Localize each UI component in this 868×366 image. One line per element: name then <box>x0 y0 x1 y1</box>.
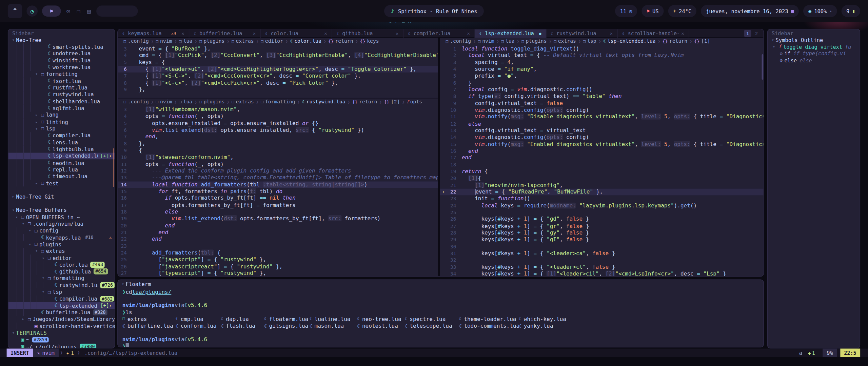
code-line-9[interactable]: 9 config.virtual_text = false <box>440 100 764 107</box>
date-widget[interactable]: jueves, noviembre 16, 2023▦ <box>701 5 799 17</box>
tree-item-github-lua[interactable]: ☾github.lua#654 <box>8 268 114 275</box>
code-line-7[interactable]: 7 local config = vim.diagnostic.config() <box>440 86 764 93</box>
code-line-30[interactable]: 30 <box>440 243 764 250</box>
code-line-12[interactable]: 12 --- Extend the conform plugin config … <box>118 168 438 175</box>
code-line-8[interactable]: 8 }, <box>118 140 438 147</box>
breadcrumb-item[interactable]: {}[2] <box>384 99 400 104</box>
tree-item-neodim-lua[interactable]: ☾neodim.lua <box>8 159 114 166</box>
code-line-25[interactable]: 25 ["javascript"] = { "rustywind" }, <box>118 256 438 263</box>
code-line-29[interactable]: 29 keys[#keys + 1] = { "gI", false } <box>440 236 764 243</box>
now-playing-widget[interactable]: ♪ Spiritbox - Rule Of Nines <box>384 5 484 17</box>
breadcrumb-item[interactable]: {}return <box>352 99 377 104</box>
tree-item-undotree-lua[interactable]: ☾undotree.lua <box>8 50 114 57</box>
close-icon[interactable]: × <box>467 31 470 36</box>
tree-item-worktree-lua[interactable]: ☾worktree.lua <box>8 64 114 70</box>
code-line-21[interactable]: 21 end <box>118 229 438 236</box>
breadcrumb-item[interactable]: ❒extras <box>554 38 576 44</box>
breadcrumb-item[interactable]: ❒plugins <box>199 99 225 104</box>
code-line-23[interactable]: 23 init = function() <box>440 196 764 202</box>
code-line-2[interactable]: 2 local virtual_text = { -- Default virt… <box>440 52 764 59</box>
close-icon[interactable]: × <box>253 31 256 36</box>
breadcrumb-item[interactable]: ❒lsp <box>583 38 596 44</box>
editor-scrollbar[interactable] <box>762 54 764 80</box>
code-area[interactable]: 1local function toggle_diag_virtext()2 l… <box>440 44 764 277</box>
code-line-9[interactable]: 9 { <box>118 147 438 154</box>
breadcrumb-item[interactable]: ❒lua <box>179 99 192 104</box>
diagnostics-hint-segment[interactable]: ✦ 1 <box>64 349 76 357</box>
tree-item-lsp-extended-lu[interactable]: ☾lsp-extended.lu[+]✦ <box>8 152 114 159</box>
breadcrumb-item[interactable]: {}keys <box>360 38 379 44</box>
code-line-6[interactable]: 6 } <box>440 80 764 86</box>
breadcrumb-item[interactable]: {}[1] <box>694 38 710 44</box>
tree-item-smart-splits-lua[interactable]: ☾smart-splits.lua <box>8 43 114 50</box>
code-line-7[interactable]: 7 end, <box>118 134 438 140</box>
tree-item-scrollbar-handle-vertical-p[interactable]: ▣scrollbar-handle-vertical.p <box>8 323 114 329</box>
code-line-7[interactable]: 7 { [1]"<S-C->", [2]"<cmd>CccConvert<cr>… <box>118 73 438 79</box>
tree-item-item[interactable]: ▣~#2859 <box>8 336 114 343</box>
code-line-16[interactable]: 16 end <box>440 148 764 155</box>
battery-widget[interactable]: 9▮ <box>841 5 860 17</box>
tabpage-2[interactable]: 2 <box>753 30 760 37</box>
code-line-25[interactable]: 25 <box>440 209 764 216</box>
section-header-neo-tree-buffers[interactable]: ▾Neo-Tree Buffers <box>8 207 114 214</box>
code-line-4[interactable]: 4 opts = function(_, opts) <box>118 113 438 120</box>
breadcrumb-item[interactable]: ❒plugins <box>521 38 547 44</box>
volume-widget[interactable]: ◉100%▴ <box>803 5 837 17</box>
code-line-11[interactable]: 11 vim.notify(msg: "Disable diagnostics … <box>440 114 764 120</box>
code-line-24[interactable]: 24 local keys = require(modname: "lazyvi… <box>440 202 764 209</box>
code-line-26[interactable]: 26 ["javascriptreact"] = { "rustywind" }… <box>118 263 438 270</box>
symbol-toggle-diag-virtext[interactable]: ▾ftoggle_diag_virtextfu <box>768 43 860 50</box>
terminal-body[interactable]: ❯ cd lua/plugins/ nvim/lua/plugins via ☾… <box>118 288 764 347</box>
breadcrumb-item[interactable]: ❒plugins <box>199 38 225 44</box>
code-line-13[interactable]: 13 config.virtual_text = virtual_text <box>440 127 764 134</box>
code-line-34[interactable]: 34 keys[#keys + 1] = { [1]"<leader>cil",… <box>440 270 764 277</box>
weather-widget[interactable]: ☀24°C <box>668 5 696 17</box>
section-header-terminals[interactable]: ▾TERMINALS <box>8 329 114 336</box>
tabpage-1[interactable]: 1 <box>744 30 751 37</box>
tree-item-compiler-lua[interactable]: ☾compiler.lua#682 <box>8 296 114 302</box>
breadcrumb-item[interactable]: ❒nvim <box>156 99 172 104</box>
close-icon[interactable]: × <box>396 31 399 36</box>
code-line-6[interactable]: 6 { [1]"<leader>uC", [2]"<cmd>CccHighlig… <box>118 66 438 73</box>
code-line-23[interactable]: 23 <box>118 243 438 249</box>
code-line-17[interactable]: 17end <box>440 155 764 161</box>
tree-item-isort-lua[interactable]: ☾isort.lua <box>8 78 114 84</box>
code-line-18[interactable]: 18 <box>440 161 764 168</box>
tree-item-lightbulb-lua[interactable]: ☾lightbulb.lua <box>8 146 114 152</box>
breadcrumb-item[interactable]: ❒.config <box>123 38 149 44</box>
breadcrumb-item[interactable]: ❒extras <box>232 38 254 44</box>
tree-item-open-buffers-in[interactable]: ▾❒OPEN BUFFERS in ~ <box>8 214 114 220</box>
tab-lsp-extended-lua[interactable]: ☾lsp-extended.lua● <box>475 29 547 38</box>
breadcrumb-item[interactable]: ❒.config <box>446 38 471 44</box>
tree-item-rustywind-lua[interactable]: ☾rustywind.lua#726 <box>8 282 114 288</box>
code-line-14[interactable]: 14 vim.diagnostic.config(opts: config) <box>440 134 764 141</box>
tree-item-c-n-l-plugins[interactable]: ▣~/.c/n/l/plugins#3980 <box>8 343 114 348</box>
keyboard-layout-widget[interactable]: ⚑US <box>642 5 664 17</box>
breadcrumb-item[interactable]: ☾rustywind.lua <box>302 99 346 104</box>
close-icon[interactable]: × <box>610 31 613 36</box>
tree-item-linting[interactable]: ▸❒linting <box>8 118 114 125</box>
tree-item-repl-lua[interactable]: ☾repl.lua <box>8 166 114 173</box>
code-line-16[interactable]: 16 if opts.formatters_by_ft[ft] == nil t… <box>118 195 438 202</box>
code-line-1[interactable]: 1local function toggle_diag_virtext() <box>440 45 764 52</box>
tab-rustywind-lua[interactable]: ☾rustywind.lua× <box>546 29 618 38</box>
breadcrumb-item[interactable]: ❒nvim <box>156 38 172 44</box>
tab-bufferline-lua[interactable]: ☾bufferline.lua× <box>189 29 261 38</box>
layout-flag-button[interactable]: ⚑ <box>42 5 61 17</box>
tree-item-lsp[interactable]: ▾❒lsp <box>8 125 114 132</box>
section-header-neo-tree-git[interactable]: ▸Neo-Tree Git <box>8 193 114 200</box>
tree-item-juegos-indies-steamlibrary-st[interactable]: ▸❒Juegos/Indies/SteamLibrary/st <box>8 316 114 323</box>
code-line-21[interactable]: 21 [1]"neovim/nvim-lspconfig", <box>440 182 764 188</box>
explorer-scrollbar[interactable] <box>113 148 114 187</box>
tree-item-sqlfmt-lua[interactable]: ☾sqlfmt.lua <box>8 105 114 111</box>
tree-item-plugins[interactable]: ▾❒plugins <box>8 241 114 248</box>
tree-item-config-nvim-lua[interactable]: ▾❒.config/nvim/lua <box>8 220 114 227</box>
window-count-widget[interactable]: 11◷ <box>615 5 637 17</box>
terminal-header[interactable]: ▾ Floaterm <box>118 280 764 288</box>
tree-item-rustywind-lua[interactable]: ☾rustywind.lua <box>8 91 114 98</box>
tree-item-compiler-lua[interactable]: ☾compiler.lua <box>8 132 114 139</box>
tree-item-formatting[interactable]: ▾❒formatting <box>8 70 114 77</box>
breadcrumb-item[interactable]: ☾color.lua <box>290 38 321 44</box>
tree-item-timeout-lua[interactable]: ☾timeout.lua <box>8 173 114 180</box>
breadcrumb-item[interactable]: ❒editor <box>261 38 283 44</box>
